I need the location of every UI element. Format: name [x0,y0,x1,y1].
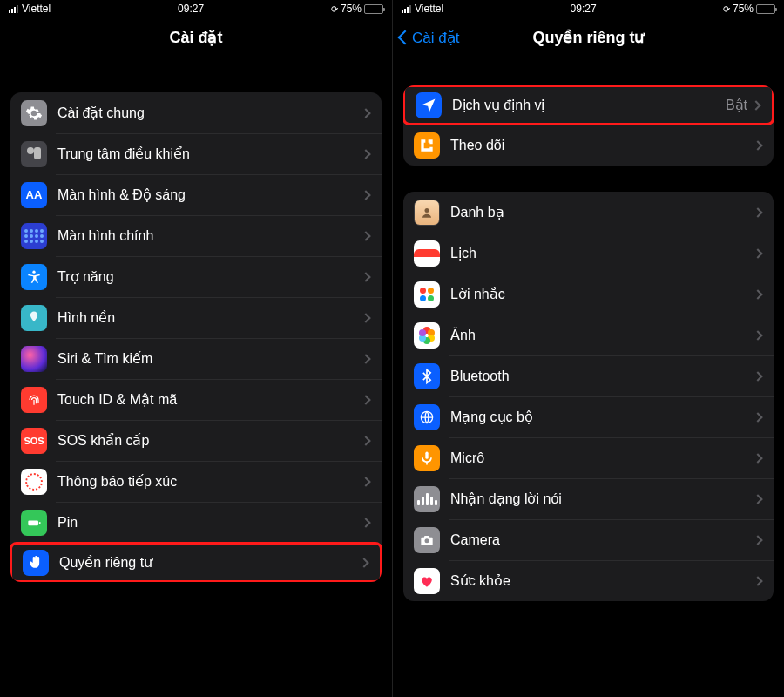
chevron-right-icon [361,477,370,486]
row-bluetooth[interactable]: Bluetooth [403,355,774,396]
chevron-right-icon [753,576,762,585]
row-location-services[interactable]: Dịch vụ định vị Bật [403,85,774,125]
chevron-right-icon [361,108,370,118]
chevron-right-icon [753,330,762,340]
row-contacts[interactable]: Danh bạ [403,192,774,233]
row-microphone[interactable]: Micrô [403,437,774,478]
row-label: Màn hình & Độ sáng [57,186,362,203]
row-label: Touch ID & Mật mã [57,391,362,408]
row-touch-id[interactable]: Touch ID & Mật mã [10,379,382,420]
row-label: Mạng cục bộ [450,409,754,425]
status-bar: Viettel 09:27 ⟳ 75% [0,0,392,17]
battery-icon [756,4,775,14]
siri-icon [21,346,47,372]
battery-pct: 75% [341,3,362,15]
speech-icon [414,486,440,512]
orientation-lock-icon: ⟳ [723,4,730,14]
chevron-right-icon [753,140,762,150]
privacy-group-1: Dịch vụ định vị Bật Theo dõi [403,85,774,166]
network-icon [414,404,440,430]
row-label: Pin [57,515,362,531]
row-reminders[interactable]: Lời nhắc [403,274,774,315]
row-label: Thông báo tiếp xúc [57,473,362,490]
signal-icon [9,5,18,13]
carrier-label: Viettel [415,3,443,15]
exposure-icon [21,469,47,495]
chevron-right-icon [361,231,370,240]
row-label: Quyền riêng tư [59,554,361,571]
row-label: SOS khẩn cấp [57,432,362,449]
privacy-hand-icon [23,550,49,576]
chevron-right-icon [751,100,760,110]
chevron-left-icon [398,30,413,45]
row-label: Theo dõi [450,138,754,153]
bluetooth-icon [414,363,440,389]
row-general[interactable]: Cài đặt chung [10,92,382,133]
svg-point-3 [425,208,429,213]
row-display[interactable]: AA Màn hình & Độ sáng [10,174,382,215]
fingerprint-icon [21,387,47,413]
phone-privacy: Viettel 09:27 ⟳ 75% Cài đặt Quyền riêng … [392,0,784,697]
svg-point-6 [425,538,429,543]
chevron-right-icon [753,453,762,463]
row-control-center[interactable]: Trung tâm điều khiển [10,133,382,174]
privacy-group-2: Danh bạ Lịch Lời nhắc [403,192,774,601]
svg-rect-1 [28,520,38,525]
calendar-icon [414,240,440,267]
carrier-label: Viettel [22,3,51,15]
row-label: Camera [450,532,754,548]
row-home-screen[interactable]: Màn hình chính [10,215,382,256]
chevron-right-icon [753,371,762,381]
row-accessibility[interactable]: Trợ năng [10,256,382,297]
row-label: Danh bạ [450,204,754,220]
row-camera[interactable]: Camera [403,519,774,560]
row-label: Lịch [450,245,754,261]
row-calendar[interactable]: Lịch [403,233,774,274]
battery-row-icon [21,510,47,536]
home-screen-icon [21,223,47,249]
row-label: Ảnh [450,327,754,343]
row-photos[interactable]: Ảnh [403,315,774,355]
row-health[interactable]: Sức khỏe [403,560,774,601]
sos-icon: SOS [21,428,47,454]
wallpaper-icon [21,305,47,331]
row-speech[interactable]: Nhận dạng lời nói [403,478,774,519]
row-label: Nhận dạng lời nói [450,491,754,507]
chevron-right-icon [361,149,370,159]
gear-icon [21,100,47,126]
tracking-icon [414,132,440,159]
row-label: Lời nhắc [450,286,754,302]
chevron-right-icon [361,518,370,527]
row-label: Màn hình chính [57,228,362,244]
row-tracking[interactable]: Theo dõi [403,125,774,166]
row-exposure[interactable]: Thông báo tiếp xúc [10,461,382,502]
row-label: Bluetooth [450,369,754,384]
row-label: Trung tâm điều khiển [57,145,362,162]
clock: 09:27 [51,3,331,15]
orientation-lock-icon: ⟳ [331,4,338,14]
chevron-right-icon [753,535,762,545]
battery-pct: 75% [733,3,754,15]
signal-icon [402,5,411,13]
row-sos[interactable]: SOS SOS khẩn cấp [10,420,382,461]
row-battery[interactable]: Pin [10,502,382,543]
row-label: Dịch vụ định vị [452,97,726,113]
row-siri[interactable]: Siri & Tìm kiếm [10,338,382,379]
clock: 09:27 [443,3,723,15]
contacts-icon [414,200,440,226]
row-privacy[interactable]: Quyền riêng tư [10,542,382,582]
row-label: Micrô [450,450,754,466]
location-icon [416,92,442,118]
row-local-network[interactable]: Mạng cục bộ [403,396,774,437]
back-button[interactable]: Cài đặt [393,29,459,47]
chevron-right-icon [753,207,762,217]
chevron-right-icon [361,395,370,404]
accessibility-icon [21,264,47,290]
chevron-right-icon [361,190,370,200]
reminders-icon [414,281,440,308]
row-label: Sức khỏe [450,572,754,589]
row-wallpaper[interactable]: Hình nền [10,297,382,338]
display-icon: AA [21,182,47,208]
page-title: Cài đặt [0,28,392,47]
svg-rect-5 [425,451,428,458]
